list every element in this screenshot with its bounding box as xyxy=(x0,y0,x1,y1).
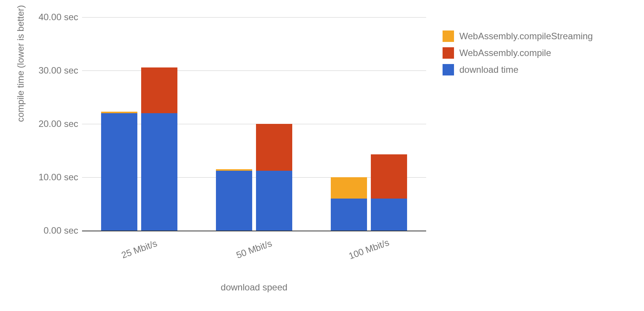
legend-item: download time xyxy=(443,64,593,75)
y-tick-label: 30.00 sec xyxy=(10,65,78,76)
bar-segment xyxy=(331,199,367,231)
bar-100-Mbit/s-non-streaming xyxy=(371,154,407,231)
bar-100-Mbit/s-streaming xyxy=(331,177,367,231)
axis-baseline xyxy=(82,231,426,231)
x-axis-title: download speed xyxy=(82,282,426,293)
x-tick-label: 100 Mbit/s xyxy=(342,235,396,263)
gridline xyxy=(82,71,426,71)
legend-item: WebAssembly.compile xyxy=(443,47,593,59)
y-tick-label: 0.00 sec xyxy=(10,225,78,236)
legend-label: WebAssembly.compile xyxy=(459,48,551,58)
bar-25-Mbit/s-streaming xyxy=(101,112,137,231)
legend-label: WebAssembly.compileStreaming xyxy=(459,31,593,42)
plot-area: 0.00 sec10.00 sec20.00 sec30.00 sec40.00… xyxy=(82,17,426,231)
legend-item: WebAssembly.compileStreaming xyxy=(443,30,593,42)
gridline xyxy=(82,17,426,18)
bar-segment xyxy=(331,177,367,199)
bar-segment xyxy=(101,113,137,231)
bar-segment xyxy=(371,199,407,231)
bar-50-Mbit/s-non-streaming xyxy=(256,124,292,231)
legend-swatch xyxy=(443,30,454,42)
legend: WebAssembly.compileStreamingWebAssembly.… xyxy=(443,30,593,81)
y-axis-title: compile time (lower is better) xyxy=(15,5,26,122)
bar-segment xyxy=(256,171,292,231)
bar-segment xyxy=(371,154,407,199)
legend-label: download time xyxy=(459,64,518,75)
x-tick-label: 50 Mbit/s xyxy=(227,235,281,263)
bar-50-Mbit/s-streaming xyxy=(216,169,252,231)
x-tick-label: 25 Mbit/s xyxy=(113,235,166,263)
y-tick-label: 10.00 sec xyxy=(10,172,78,183)
y-tick-label: 40.00 sec xyxy=(10,12,78,22)
bar-segment xyxy=(216,169,252,171)
bar-segment xyxy=(141,113,177,231)
bar-segment xyxy=(256,124,292,171)
legend-swatch xyxy=(443,47,454,59)
y-tick-label: 20.00 sec xyxy=(10,119,78,129)
bar-25-Mbit/s-non-streaming xyxy=(141,67,177,231)
bar-segment xyxy=(216,171,252,231)
chart-container: compile time (lower is better) download … xyxy=(0,0,644,311)
bar-segment xyxy=(141,67,177,113)
bar-segment xyxy=(101,112,137,113)
legend-swatch xyxy=(443,64,454,75)
